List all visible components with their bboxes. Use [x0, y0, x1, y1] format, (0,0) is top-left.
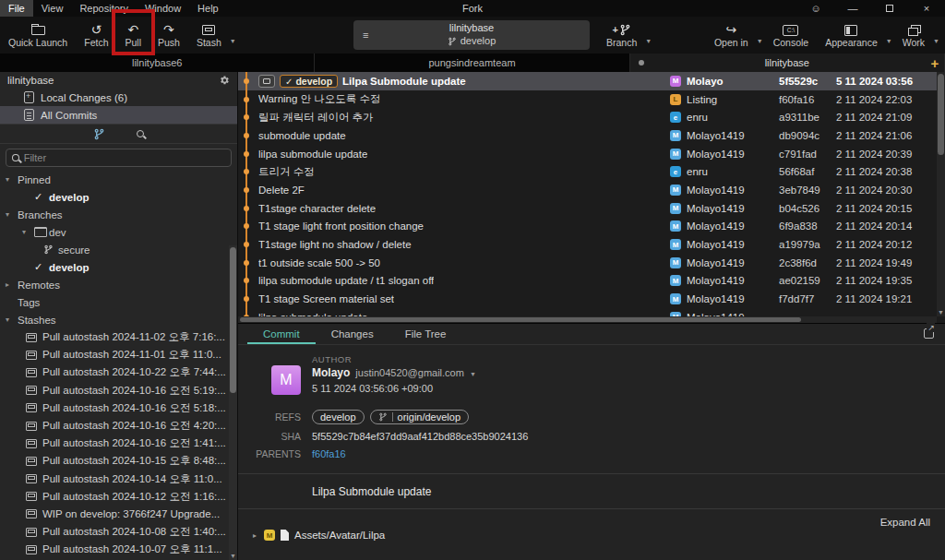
chevron-down-icon[interactable]: ▼ — [645, 38, 652, 44]
scroll-down-arrow-icon[interactable]: ▼ — [230, 553, 236, 559]
stash-button[interactable]: Stash — [188, 18, 230, 53]
feedback-smiley-icon[interactable]: ☺ — [797, 0, 834, 17]
branch-icon — [448, 37, 457, 46]
tree-item[interactable]: develop — [0, 258, 237, 276]
commit-list-hscrollbar[interactable] — [238, 316, 937, 323]
ref-badge-remote[interactable]: origin/develop — [370, 410, 470, 424]
chevron-down-icon[interactable]: ▼ — [933, 38, 939, 44]
parent-hash-link[interactable]: f60fa16 — [312, 448, 346, 459]
tree-item-icon — [34, 227, 49, 237]
tree-item[interactable]: secure — [0, 241, 237, 258]
stash-item[interactable]: Pull autostash 2024-11-02 오후 7:16:... — [0, 328, 237, 346]
repository-tab[interactable]: pungsindreamteam — [315, 54, 629, 72]
stash-item[interactable]: Pull autostash 2024-10-16 오전 4:20:... — [0, 417, 237, 435]
tree-item[interactable]: Remotes — [0, 276, 237, 293]
menu-item[interactable]: File — [0, 0, 33, 17]
commit-row[interactable]: T1stage character delete M Molayo1419 b0… — [238, 199, 945, 218]
stash-item[interactable]: Pull autostash 2024-10-12 오전 1:16:... — [0, 488, 237, 506]
tree-item[interactable]: Tags — [0, 293, 237, 311]
commit-row[interactable]: Delete 2F M Molayo1419 3eb7849 2 11 2024… — [238, 181, 945, 199]
details-tab[interactable]: Commit — [247, 324, 316, 344]
filter-input[interactable] — [24, 152, 225, 163]
commit-message: T1 stage light front position change — [258, 220, 424, 232]
open-in-button[interactable]: ↪ Open in — [706, 18, 757, 53]
commit-row[interactable]: lilpa submodule update M Molayo1419 c791… — [238, 145, 945, 163]
commit-row[interactable]: t1 outside scale 500 -> 50 M Molayo1419 … — [238, 254, 945, 272]
commit-row[interactable]: develop Lilpa Submodule update M Molayo … — [238, 72, 945, 90]
chevron-down-icon[interactable]: ▼ — [470, 371, 476, 377]
sidebar-item-local-changes[interactable]: Local Changes (6) — [0, 89, 237, 106]
appearance-button[interactable]: Appearance — [817, 18, 886, 53]
chevron-down-icon[interactable]: ▼ — [757, 38, 763, 44]
stash-item[interactable]: Pull autostash 2024-11-01 오후 11:0... — [0, 346, 237, 363]
branch-button[interactable]: + Branch — [598, 18, 645, 53]
stash-item[interactable]: Pull autostash 2024-10-07 오후 11:1... — [0, 541, 237, 558]
ref-badge-local[interactable]: develop — [312, 410, 365, 424]
author-name: Molayo1419 — [687, 130, 745, 141]
tree-item[interactable]: dev — [0, 223, 237, 241]
repo-selector[interactable]: ≡ lilnitybase develop — [353, 20, 590, 50]
commit-row[interactable]: T1stage light no shadow / delete M Molay… — [238, 235, 945, 254]
stash-item[interactable]: Pull autostash 2024-10-16 오전 5:18:... — [0, 399, 237, 417]
details-tab[interactable]: File Tree — [389, 324, 462, 344]
stash-item[interactable]: Pull autostash 2024-10-16 오전 5:19:... — [0, 382, 237, 399]
repository-tab[interactable]: lilnitybase — [630, 54, 945, 72]
console-button[interactable]: Console — [765, 18, 818, 53]
open-external-icon[interactable] — [924, 328, 934, 339]
commit-row[interactable]: Warning 안 나오도록 수정 L Listing f60fa16 2 11… — [238, 90, 945, 109]
stash-item[interactable]: Pull autostash 2024-10-16 오전 1:41:... — [0, 435, 237, 452]
author-email[interactable]: justin04520@gmail.com — [355, 367, 464, 378]
expand-arrow-icon[interactable] — [6, 210, 18, 219]
expand-arrow-icon[interactable] — [6, 175, 18, 184]
scrollbar-thumb[interactable] — [240, 317, 801, 322]
push-button[interactable]: ↷ Push — [150, 18, 188, 53]
author-avatar: M — [670, 293, 681, 304]
search-icon[interactable] — [137, 130, 144, 137]
scroll-down-arrow-icon[interactable]: ▼ — [938, 309, 944, 316]
close-button[interactable]: × — [908, 0, 945, 17]
sidebar-item-all-commits[interactable]: All Commits — [0, 106, 237, 124]
stash-item[interactable]: Pull autostash 2024-10-22 오후 7:44:... — [0, 363, 237, 381]
stash-item[interactable]: WIP on develop: 3766f247 Upgrade... — [0, 506, 237, 523]
expand-arrow-icon[interactable] — [253, 531, 257, 540]
fetch-button[interactable]: ↺ Fetch — [76, 18, 116, 53]
stash-item[interactable]: Pull autostash 2024-10-08 오전 1:40:... — [0, 523, 237, 541]
expand-all-button[interactable]: Expand All — [880, 517, 930, 528]
expand-arrow-icon[interactable] — [6, 316, 18, 324]
repository-tab[interactable]: lilnitybase6 — [0, 54, 315, 72]
changed-file-row[interactable]: M Assets/Avatar/Lilpa — [253, 530, 385, 541]
menu-item[interactable]: Help — [189, 0, 227, 17]
commit-row[interactable]: 트리거 수정 e enru 56f68af 2 11 2024 20:38 — [238, 162, 945, 181]
quick-launch-button[interactable]: Quick Launch — [0, 18, 76, 53]
commit-row[interactable]: T1 stage light front position change M M… — [238, 218, 945, 236]
scrollbar-thumb[interactable] — [230, 247, 236, 393]
repo-list-icon: ≡ — [363, 30, 368, 41]
work-button[interactable]: Work — [894, 18, 933, 53]
chevron-down-icon[interactable]: ▼ — [886, 38, 892, 44]
commit-row[interactable]: T1 stage Screen material set M Molayo141… — [238, 290, 945, 308]
tree-item[interactable]: Pinned — [0, 171, 237, 188]
expand-arrow-icon[interactable] — [22, 228, 34, 236]
branch-view-icon[interactable] — [93, 128, 105, 140]
commit-list-vscrollbar[interactable]: ▼ — [937, 72, 945, 316]
scrollbar-thumb[interactable] — [938, 74, 944, 155]
stash-item[interactable]: Pull autostash 2024-10-15 오후 8:48:... — [0, 452, 237, 470]
commit-row[interactable]: lilpa submodule update / t1 slogan off M… — [238, 272, 945, 291]
commit-hash: db9094c — [779, 130, 836, 141]
chevron-down-icon[interactable]: ▼ — [230, 38, 236, 44]
gear-icon[interactable] — [219, 75, 230, 86]
sidebar-scrollbar[interactable]: ▼ — [229, 245, 237, 560]
stash-item[interactable]: Pull autostash 2024-10-14 오후 11:0... — [0, 471, 237, 488]
tree-item[interactable]: Stashes — [0, 311, 237, 328]
tree-item[interactable]: develop — [0, 188, 237, 206]
author-name: Listing — [687, 94, 717, 105]
commit-row[interactable]: 릴파 캐릭터 레이어 추가 e enru a9311be 2 11 2024 2… — [238, 108, 945, 126]
add-tab-button[interactable]: + — [925, 54, 945, 72]
minimize-button[interactable]: — — [834, 0, 871, 17]
tree-item[interactable]: Branches — [0, 206, 237, 223]
menu-item[interactable]: View — [33, 0, 72, 17]
expand-arrow-icon[interactable] — [6, 280, 18, 289]
maximize-button[interactable] — [871, 0, 908, 17]
commit-row[interactable]: submodule update M Molayo1419 db9094c 2 … — [238, 126, 945, 145]
details-tab[interactable]: Changes — [316, 324, 389, 344]
